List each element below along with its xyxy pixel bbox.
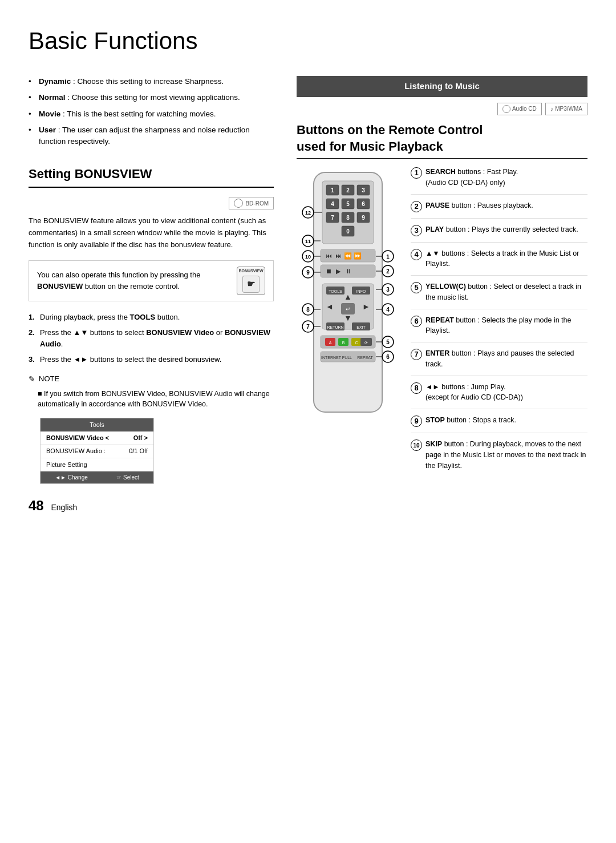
tools-row-bonusview-video: BONUSVIEW Video < Off > [40,431,153,445]
music-note-icon: ♪ [550,104,554,114]
tools-row-value: 0/1 Off [129,446,148,456]
hand-pointer-icon: ☛ [247,277,255,291]
note-label: NOTE [29,373,274,385]
list-item: Movie : This is the best setting for wat… [29,108,274,120]
btn-text-2: PAUSE button : Pauses playback. [425,200,533,211]
bonusview-description: The BONUSVIEW feature allows you to view… [29,215,274,251]
svg-text:⏮: ⏮ [326,252,332,259]
svg-text:⏩: ⏩ [354,252,362,260]
btn-num-6: 6 [411,316,422,327]
svg-text:◄: ◄ [326,302,334,311]
svg-text:11: 11 [305,239,311,244]
svg-text:B: B [342,341,345,345]
listening-header: Listening to Music [297,76,587,97]
btn-text-7: ENTER button : Plays and pauses the sele… [425,348,587,370]
bonusview-bold: BONUSVIEW [37,282,83,291]
button-descriptions: 1 SEARCH buttons : Fast Play.(Audio CD (… [411,167,587,482]
tools-menu-header: Tools [40,418,153,431]
svg-text:RETURN: RETURN [327,325,343,329]
bd-rom-circle [234,199,243,208]
tools-row-label: BONUSVIEW Audio : [46,446,106,456]
tools-bold: TOOLS [130,313,156,321]
btn-text-9: STOP button : Stops a track. [425,415,516,426]
tools-select-label: ☞ Select [116,473,139,482]
bonusview-btn-label: BONUSVIEW [238,268,263,275]
bonusview-video-bold: BONUSVIEW Video [146,328,214,337]
btn-num-2: 2 [411,201,422,212]
audio-cd-label: Audio CD [512,104,537,113]
list-item: Normal : Choose this setting for most vi… [29,92,274,103]
btn-desc-enter: 7 ENTER button : Plays and pauses the se… [411,348,587,376]
step-2: Press the ▲▼ buttons to select BONUSVIEW… [29,327,274,349]
btn-text-10: SKIP button : During playback, moves to … [425,439,587,471]
audio-cd-badge: Audio CD [497,103,542,116]
svg-text:6: 6 [362,201,365,207]
svg-text:8: 8 [306,306,310,313]
tools-menu: Tools BONUSVIEW Video < Off > BONUSVIEW … [40,418,154,484]
language-label: English [51,503,77,512]
bd-rom-icon-container: BD-ROM [29,197,274,209]
svg-text:0: 0 [346,228,350,235]
btn-num-10: 10 [411,439,422,451]
svg-text:3: 3 [362,187,365,193]
bonusview-btn-icon[interactable]: ☛ [242,276,260,293]
tools-row-bonusview-audio: BONUSVIEW Audio : 0/1 Off [40,445,153,458]
audio-cd-icon [502,105,510,113]
svg-text:⟳: ⟳ [364,341,368,345]
bonusview-box-text: You can also operate this function by pr… [37,269,231,292]
btn-desc-repeat: 6 REPEAT button : Selects the play mode … [411,315,587,343]
note-text: ■ If you switch from BONUSVIEW Video, BO… [38,389,274,410]
svg-text:EXIT: EXIT [356,325,366,329]
svg-text:2: 2 [386,268,390,275]
svg-text:▲: ▲ [344,292,352,301]
btn-num-9: 9 [411,416,422,427]
section-title-line2: used for Music Playback [297,139,443,154]
note-section: NOTE ■ If you switch from BONUSVIEW Vide… [29,373,274,410]
tools-row-picture: Picture Setting [40,458,153,472]
note-content: ■ If you switch from BONUSVIEW Video, BO… [29,389,274,410]
tools-change-label: ◄► Change [55,473,88,482]
btn-num-5: 5 [411,282,422,293]
right-column: Listening to Music Audio CD ♪ MP3/WMA Bu… [297,76,587,516]
btn-desc-skip: 10 SKIP button : During playback, moves … [411,439,587,477]
svg-text:12: 12 [305,210,311,216]
btn-num-8: 8 [411,382,422,394]
svg-text:⏪: ⏪ [344,252,352,260]
normal-label: Normal [39,93,66,102]
btn-desc-search: 1 SEARCH buttons : Fast Play.(Audio CD (… [411,167,587,195]
bullet-list: Dynamic : Choose this setting to increas… [29,76,274,147]
tools-menu-footer: ◄► Change ☞ Select [40,471,153,483]
bonusview-button-image: BONUSVIEW ☛ [237,267,265,295]
btn-text-1: SEARCH buttons : Fast Play.(Audio CD (CD… [425,167,518,188]
disc-icons: Audio CD ♪ MP3/WMA [297,103,587,116]
svg-text:►: ► [362,302,370,311]
btn-text-5: YELLOW(C) button : Select or deselect a … [425,281,587,303]
left-column: Dynamic : Choose this setting to increas… [29,76,274,516]
step-1: During playback, press the TOOLS button. [29,312,274,323]
btn-text-6: REPEAT button : Selects the play mode in… [425,315,587,337]
svg-text:9: 9 [362,215,365,221]
svg-text:5: 5 [346,201,350,207]
remote-diagram: 1 2 3 4 5 6 7 8 [297,167,399,444]
btn-num-1: 1 [411,167,422,179]
svg-text:1: 1 [331,187,334,193]
btn-desc-pause: 2 PAUSE button : Pauses playback. [411,200,587,219]
dynamic-label: Dynamic [39,77,71,86]
btn-desc-yellow: 5 YELLOW(C) button : Select or deselect … [411,281,587,309]
tools-row-label: Picture Setting [46,460,87,470]
btn-desc-play: 3 PLAY button : Plays the currently sele… [411,224,587,243]
remote-svg: 1 2 3 4 5 6 7 8 [297,167,399,441]
list-item: User : The user can adjust the sharpness… [29,124,274,148]
right-section-title: Buttons on the Remote Control used for M… [297,122,587,155]
svg-text:TOOLS: TOOLS [329,289,342,293]
bd-rom-label: BD-ROM [245,199,269,208]
btn-num-4: 4 [411,249,422,260]
page-number: 48 [29,498,44,513]
section-title-line1: Buttons on the Remote Control [297,123,483,137]
bonusview-section-title: Setting BONUSVIEW [29,164,274,188]
svg-text:↵: ↵ [346,306,350,312]
svg-text:INTERNET FULL: INTERNET FULL [321,356,352,360]
user-label: User [39,126,56,134]
svg-text:9: 9 [306,269,310,276]
step-3: Press the ◄► buttons to select the desir… [29,354,274,365]
